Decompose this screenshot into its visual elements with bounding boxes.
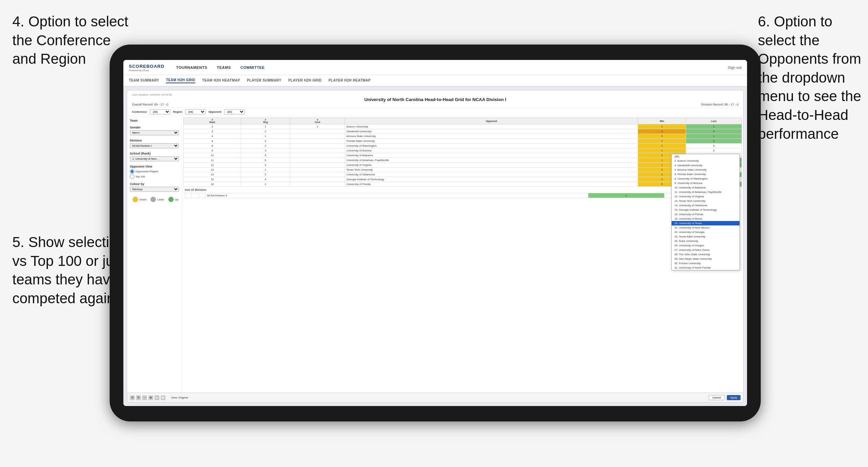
toolbar-back-icon[interactable]: ← [142,395,147,400]
legend-level: Level [150,197,164,202]
subnav-team-h2h-grid[interactable]: TEAM H2H GRID [166,78,195,83]
cell-opponent: University of Arizona [345,148,638,153]
cell-opponent: University of Virginia [345,163,638,168]
dropdown-item[interactable]: 18. University of Illinois [672,217,739,221]
dropdown-item[interactable]: 24. Duke University [672,239,739,243]
cell-reg: 2 [241,182,290,187]
table-row: 6 2 Florida State University 4 2 [184,139,742,144]
dropdown-item[interactable]: 10. University of Alabama [672,185,739,190]
filter-region-label: Region [173,110,182,113]
filter-opponent-label: Opponent [208,110,221,113]
cell-conf [290,139,345,144]
sidebar-colour-section: Colour by Win/loss [130,182,179,192]
dropdown-item[interactable]: 22. University of Georgia [672,230,739,234]
apply-button[interactable]: Apply [727,395,741,400]
dropdown-item[interactable]: 29. San Diego State University [672,257,739,261]
cancel-button[interactable]: Cancel [709,395,725,400]
cell-conf [290,158,345,163]
filters-row: Conference (All) Region (All) Opponent (… [127,108,743,116]
cell-rank: 8 [184,144,241,148]
dropdown-item[interactable]: 20. University of Texas [672,221,739,225]
opponent-dropdown[interactable]: (All)2. Auburn University3. Vanderbilt U… [671,154,740,270]
dropdown-item[interactable]: 11. University of Arkansas, Fayetteville [672,190,739,194]
nav-signout[interactable]: Sign out [728,65,742,70]
dropdown-item[interactable]: 21. University of New Mexico [672,225,739,230]
cell-rank: 3 [184,129,241,134]
footer-toolbar: ↺ ↻ ← ⧉ 📋 🕐 View: Original Cancel Apply [127,393,743,402]
nav-tournaments[interactable]: TOURNAMENTS [176,65,207,70]
dropdown-item[interactable]: 15. Georgia Institute of Technology [672,208,739,212]
dropdown-item[interactable]: 2. Auburn University [672,159,739,163]
cell-rank: 12 [184,163,241,168]
cell-opponent: University of Florida [345,182,638,187]
col-opponent: Opponent [345,118,638,124]
legend-up-dot [168,197,174,202]
content-panel: Last Updated: 4/9/2024 16:55:38 Universi… [127,90,744,403]
subnav-team-summary[interactable]: TEAM SUMMARY [129,78,159,83]
grid-area: #Rank #Reg #Conf Opponent Win Loss 2 [182,116,743,393]
conference-select[interactable]: (All) [150,109,170,114]
cell-conf [290,172,345,177]
toolbar-redo-icon[interactable]: ↻ [136,395,141,400]
radio-top-100[interactable]: Top 100 [130,174,179,179]
cell-win: 5 [638,134,686,139]
nav-teams[interactable]: TEAMS [217,65,231,70]
legend-level-label: Level [157,198,164,201]
dropdown-item[interactable]: 3. Vanderbilt University [672,163,739,168]
cell-reg: 1 [241,124,290,129]
nav-bar: SCOREBOARD Powered by iCloud TOURNAMENTS… [123,60,747,75]
school-select[interactable]: 1. University of Nort... [130,156,179,161]
cell-win: 4 [638,139,686,144]
toolbar-paste-icon[interactable]: 📋 [155,395,159,400]
cell-rank: 4 [184,134,241,139]
cell-reg: 2 [241,172,290,177]
table-row: 8 2 University of Washington 1 0 [184,144,742,148]
dropdown-item[interactable]: 27. University of Notre Dame [672,248,739,252]
sidebar-team-label: Team [130,119,179,122]
cell-rank: 16 [184,182,241,187]
toolbar-right: Cancel Apply [709,395,741,400]
dropdown-item[interactable]: 31. University of North Florida [672,266,739,270]
toolbar-clock-icon[interactable]: 🕐 [161,395,166,400]
table-row: 11 6 University of Arkansas, Fayettevill… [184,158,742,163]
colour-select[interactable]: Win/loss [130,187,179,192]
cell-conf [290,182,345,187]
out-div-rank [185,193,192,198]
subnav-player-summary[interactable]: PLAYER SUMMARY [247,78,281,83]
cell-rank: 15 [184,177,241,182]
cell-rank: 11 [184,158,241,163]
subnav-player-h2h-grid[interactable]: PLAYER H2H GRID [288,78,322,83]
toolbar-undo-icon[interactable]: ↺ [130,395,135,400]
tablet: SCOREBOARD Powered by iCloud TOURNAMENTS… [110,45,761,421]
dropdown-item[interactable]: 16. University of Florida [672,212,739,217]
opponent-select[interactable]: (All) [224,109,245,114]
table-row: 13 1 Texas Tech University 3 0 [184,168,742,172]
subnav-team-h2h-heatmap[interactable]: TEAM H2H HEATMAP [202,78,240,83]
dropdown-item[interactable]: (All) [672,154,739,159]
dropdown-item[interactable]: 14. University of Oklahoma [672,203,739,208]
cell-conf [290,168,345,172]
subnav-player-h2h-heatmap[interactable]: PLAYER H2H HEATMAP [329,78,371,83]
col-conf: #Conf [290,118,345,124]
dropdown-item[interactable]: 25. University of Oregon [672,243,739,248]
cell-rank: 13 [184,168,241,172]
nav-committee[interactable]: COMMITTEE [241,65,265,70]
dropdown-item[interactable]: 8. University of Washington [672,176,739,181]
radio-opponents-played[interactable]: Opponents Played [130,169,179,174]
out-division-label: Out of division [185,188,741,192]
gender-select[interactable]: Men's [130,130,179,135]
left-sidebar: Team Gender Men's Division NCAA Division… [127,116,182,393]
dropdown-item[interactable]: 28. The Ohio State University [672,252,739,257]
dropdown-item[interactable]: 9. University of Arizona [672,181,739,185]
dropdown-item[interactable]: 23. Texas A&M University [672,234,739,239]
division-select[interactable]: NCAA Division I [130,143,179,148]
dropdown-item[interactable]: 4. Arizona State University [672,168,739,172]
dropdown-item[interactable]: 6. Florida State University [672,172,739,176]
cell-reg: 1 [241,168,290,172]
legend-down: Down [133,197,146,202]
dropdown-item[interactable]: 30. Purdue University [672,261,739,266]
dropdown-item[interactable]: 12. University of Virginia [672,194,739,199]
toolbar-copy-icon[interactable]: ⧉ [148,395,153,400]
region-select[interactable]: (All) [185,109,206,114]
dropdown-item[interactable]: 13. Texas Tech University [672,199,739,203]
